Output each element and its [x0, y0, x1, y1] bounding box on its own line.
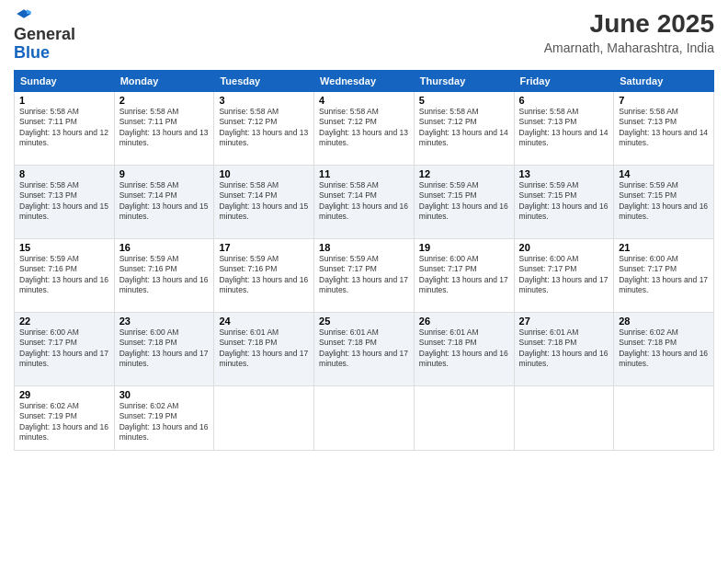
table-row: 29 Sunrise: 6:02 AM Sunset: 7:19 PM Dayl…	[15, 385, 115, 450]
day-number: 21	[619, 242, 709, 253]
day-info: Sunrise: 6:00 AM Sunset: 7:17 PM Dayligh…	[619, 254, 709, 296]
logo-general-text: General	[14, 25, 75, 43]
day-number: 15	[19, 242, 109, 253]
table-row: 17 Sunrise: 5:59 AM Sunset: 7:16 PM Dayl…	[214, 238, 314, 312]
day-number: 28	[619, 316, 709, 327]
table-row: 3 Sunrise: 5:58 AM Sunset: 7:12 PM Dayli…	[214, 91, 314, 165]
day-info: Sunrise: 6:00 AM Sunset: 7:17 PM Dayligh…	[19, 327, 109, 370]
page-header: General Blue June 2025 Amarnath, Maharas…	[14, 9, 714, 63]
table-row: 11 Sunrise: 5:58 AM Sunset: 7:14 PM Dayl…	[314, 165, 415, 238]
table-row: 19 Sunrise: 6:00 AM Sunset: 7:17 PM Dayl…	[414, 238, 514, 312]
table-row: 27 Sunrise: 6:01 AM Sunset: 7:18 PM Dayl…	[514, 312, 614, 385]
month-title: June 2025	[544, 9, 714, 39]
day-number: 12	[419, 168, 509, 179]
table-row	[314, 385, 415, 450]
day-number: 29	[19, 389, 109, 400]
day-info: Sunrise: 5:58 AM Sunset: 7:13 PM Dayligh…	[619, 107, 709, 149]
day-number: 2	[119, 95, 210, 106]
day-info: Sunrise: 5:59 AM Sunset: 7:16 PM Dayligh…	[219, 254, 309, 296]
col-sunday: Sunday	[15, 70, 115, 91]
table-row: 7 Sunrise: 5:58 AM Sunset: 7:13 PM Dayli…	[614, 91, 714, 165]
col-monday: Monday	[114, 70, 214, 91]
day-number: 7	[619, 95, 709, 106]
day-number: 27	[519, 316, 609, 327]
day-number: 4	[319, 95, 409, 106]
day-info: Sunrise: 5:58 AM Sunset: 7:11 PM Dayligh…	[119, 107, 210, 149]
table-row: 4 Sunrise: 5:58 AM Sunset: 7:12 PM Dayli…	[314, 91, 415, 165]
table-row: 28 Sunrise: 6:02 AM Sunset: 7:18 PM Dayl…	[614, 312, 714, 385]
table-row: 15 Sunrise: 5:59 AM Sunset: 7:16 PM Dayl…	[15, 238, 115, 312]
day-info: Sunrise: 6:01 AM Sunset: 7:18 PM Dayligh…	[519, 327, 609, 370]
day-info: Sunrise: 5:59 AM Sunset: 7:15 PM Dayligh…	[419, 180, 509, 223]
col-tuesday: Tuesday	[214, 70, 314, 91]
day-info: Sunrise: 6:00 AM Sunset: 7:17 PM Dayligh…	[519, 254, 609, 296]
col-thursday: Thursday	[414, 70, 514, 91]
day-info: Sunrise: 6:01 AM Sunset: 7:18 PM Dayligh…	[219, 327, 309, 370]
table-row: 10 Sunrise: 5:58 AM Sunset: 7:14 PM Dayl…	[214, 165, 314, 238]
day-info: Sunrise: 6:01 AM Sunset: 7:18 PM Dayligh…	[319, 327, 409, 370]
day-info: Sunrise: 5:58 AM Sunset: 7:12 PM Dayligh…	[419, 107, 509, 149]
table-row	[514, 385, 614, 450]
calendar-week-row: 8 Sunrise: 5:58 AM Sunset: 7:13 PM Dayli…	[15, 165, 714, 238]
day-info: Sunrise: 5:58 AM Sunset: 7:14 PM Dayligh…	[119, 180, 210, 223]
col-saturday: Saturday	[614, 70, 714, 91]
day-number: 9	[119, 168, 210, 179]
day-number: 13	[519, 168, 609, 179]
table-row: 30 Sunrise: 6:02 AM Sunset: 7:19 PM Dayl…	[114, 385, 214, 450]
day-number: 6	[519, 95, 609, 106]
day-info: Sunrise: 6:00 AM Sunset: 7:17 PM Dayligh…	[419, 254, 509, 296]
location-title: Amarnath, Maharashtra, India	[544, 40, 714, 55]
day-info: Sunrise: 5:58 AM Sunset: 7:14 PM Dayligh…	[219, 180, 309, 223]
table-row: 21 Sunrise: 6:00 AM Sunset: 7:17 PM Dayl…	[614, 238, 714, 312]
day-number: 5	[419, 95, 509, 106]
day-number: 11	[319, 168, 409, 179]
calendar-table: Sunday Monday Tuesday Wednesday Thursday…	[14, 70, 714, 451]
logo-icon	[16, 6, 32, 22]
table-row: 22 Sunrise: 6:00 AM Sunset: 7:17 PM Dayl…	[15, 312, 115, 385]
logo: General Blue	[14, 9, 75, 63]
table-row: 20 Sunrise: 6:00 AM Sunset: 7:17 PM Dayl…	[514, 238, 614, 312]
day-info: Sunrise: 5:59 AM Sunset: 7:16 PM Dayligh…	[119, 254, 210, 296]
logo-blue-text: Blue	[14, 43, 50, 62]
day-info: Sunrise: 5:58 AM Sunset: 7:14 PM Dayligh…	[319, 180, 409, 223]
calendar-header-row: Sunday Monday Tuesday Wednesday Thursday…	[15, 70, 714, 91]
day-number: 14	[619, 168, 709, 179]
table-row: 8 Sunrise: 5:58 AM Sunset: 7:13 PM Dayli…	[15, 165, 115, 238]
day-info: Sunrise: 6:02 AM Sunset: 7:19 PM Dayligh…	[19, 401, 109, 443]
table-row: 12 Sunrise: 5:59 AM Sunset: 7:15 PM Dayl…	[414, 165, 514, 238]
table-row: 26 Sunrise: 6:01 AM Sunset: 7:18 PM Dayl…	[414, 312, 514, 385]
calendar-week-row: 29 Sunrise: 6:02 AM Sunset: 7:19 PM Dayl…	[15, 385, 714, 450]
day-number: 3	[219, 95, 309, 106]
col-wednesday: Wednesday	[314, 70, 415, 91]
calendar-week-row: 22 Sunrise: 6:00 AM Sunset: 7:17 PM Dayl…	[15, 312, 714, 385]
day-info: Sunrise: 5:58 AM Sunset: 7:12 PM Dayligh…	[219, 107, 309, 149]
calendar-week-row: 1 Sunrise: 5:58 AM Sunset: 7:11 PM Dayli…	[15, 91, 714, 165]
calendar-week-row: 15 Sunrise: 5:59 AM Sunset: 7:16 PM Dayl…	[15, 238, 714, 312]
day-info: Sunrise: 6:00 AM Sunset: 7:18 PM Dayligh…	[119, 327, 210, 370]
day-number: 25	[319, 316, 409, 327]
day-number: 1	[19, 95, 109, 106]
day-info: Sunrise: 5:58 AM Sunset: 7:13 PM Dayligh…	[519, 107, 609, 149]
day-number: 23	[119, 316, 210, 327]
day-info: Sunrise: 5:59 AM Sunset: 7:16 PM Dayligh…	[19, 254, 109, 296]
day-number: 22	[19, 316, 109, 327]
table-row: 6 Sunrise: 5:58 AM Sunset: 7:13 PM Dayli…	[514, 91, 614, 165]
table-row: 24 Sunrise: 6:01 AM Sunset: 7:18 PM Dayl…	[214, 312, 314, 385]
day-number: 8	[19, 168, 109, 179]
table-row: 1 Sunrise: 5:58 AM Sunset: 7:11 PM Dayli…	[15, 91, 115, 165]
day-number: 20	[519, 242, 609, 253]
day-number: 26	[419, 316, 509, 327]
table-row: 13 Sunrise: 5:59 AM Sunset: 7:15 PM Dayl…	[514, 165, 614, 238]
table-row: 5 Sunrise: 5:58 AM Sunset: 7:12 PM Dayli…	[414, 91, 514, 165]
day-info: Sunrise: 6:02 AM Sunset: 7:19 PM Dayligh…	[119, 401, 210, 443]
day-info: Sunrise: 6:02 AM Sunset: 7:18 PM Dayligh…	[619, 327, 709, 370]
table-row: 2 Sunrise: 5:58 AM Sunset: 7:11 PM Dayli…	[114, 91, 214, 165]
day-number: 24	[219, 316, 309, 327]
table-row	[414, 385, 514, 450]
day-info: Sunrise: 5:59 AM Sunset: 7:15 PM Dayligh…	[619, 180, 709, 223]
table-row: 16 Sunrise: 5:59 AM Sunset: 7:16 PM Dayl…	[114, 238, 214, 312]
day-number: 16	[119, 242, 210, 253]
table-row: 23 Sunrise: 6:00 AM Sunset: 7:18 PM Dayl…	[114, 312, 214, 385]
day-info: Sunrise: 5:59 AM Sunset: 7:15 PM Dayligh…	[519, 180, 609, 223]
table-row: 25 Sunrise: 6:01 AM Sunset: 7:18 PM Dayl…	[314, 312, 415, 385]
